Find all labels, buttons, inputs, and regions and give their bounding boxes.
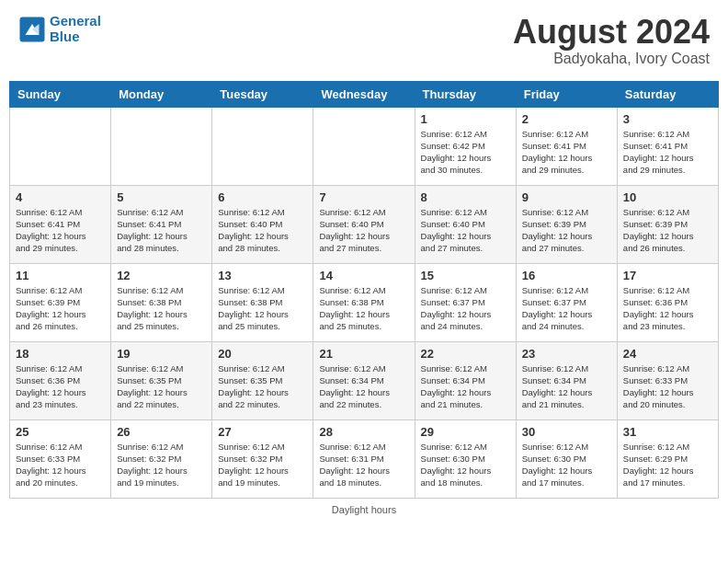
day-info: Sunrise: 6:12 AM Sunset: 6:33 PM Dayligh…	[623, 362, 712, 411]
day-info: Sunrise: 6:12 AM Sunset: 6:34 PM Dayligh…	[421, 362, 510, 411]
calendar-cell: 5Sunrise: 6:12 AM Sunset: 6:41 PM Daylig…	[111, 185, 212, 263]
calendar-cell: 17Sunrise: 6:12 AM Sunset: 6:36 PM Dayli…	[617, 263, 718, 341]
day-info: Sunrise: 6:12 AM Sunset: 6:37 PM Dayligh…	[522, 284, 611, 333]
calendar-cell: 30Sunrise: 6:12 AM Sunset: 6:30 PM Dayli…	[516, 419, 617, 498]
day-info: Sunrise: 6:12 AM Sunset: 6:30 PM Dayligh…	[522, 441, 611, 489]
day-number: 15	[421, 269, 510, 282]
day-number: 30	[522, 425, 611, 439]
day-info: Sunrise: 6:12 AM Sunset: 6:40 PM Dayligh…	[319, 206, 408, 255]
calendar-cell: 1Sunrise: 6:12 AM Sunset: 6:42 PM Daylig…	[415, 107, 516, 185]
footer: Daylight hours	[9, 504, 719, 515]
calendar-cell: 4Sunrise: 6:12 AM Sunset: 6:41 PM Daylig…	[10, 185, 111, 263]
day-number: 14	[319, 269, 408, 282]
day-number: 17	[623, 269, 712, 282]
day-number: 16	[522, 269, 611, 282]
day-info: Sunrise: 6:12 AM Sunset: 6:42 PM Dayligh…	[421, 128, 510, 177]
day-number: 29	[421, 425, 510, 439]
calendar-cell: 16Sunrise: 6:12 AM Sunset: 6:37 PM Dayli…	[516, 263, 617, 341]
day-number: 6	[218, 190, 307, 204]
calendar-cell	[313, 107, 415, 185]
calendar-cell: 15Sunrise: 6:12 AM Sunset: 6:37 PM Dayli…	[415, 263, 516, 341]
day-number: 2	[522, 112, 611, 126]
calendar-cell: 31Sunrise: 6:12 AM Sunset: 6:29 PM Dayli…	[617, 419, 718, 498]
logo: General Blue	[18, 14, 101, 44]
calendar-cell: 25Sunrise: 6:12 AM Sunset: 6:33 PM Dayli…	[10, 419, 111, 498]
calendar-cell: 8Sunrise: 6:12 AM Sunset: 6:40 PM Daylig…	[415, 185, 516, 263]
location-title: Badyokaha, Ivory Coast	[513, 51, 710, 67]
weekday-header: Tuesday	[212, 81, 313, 107]
day-info: Sunrise: 6:12 AM Sunset: 6:29 PM Dayligh…	[623, 441, 712, 489]
calendar-cell	[111, 107, 212, 185]
calendar-cell: 24Sunrise: 6:12 AM Sunset: 6:33 PM Dayli…	[617, 341, 718, 419]
day-number: 13	[218, 269, 307, 282]
day-number: 26	[117, 425, 206, 439]
day-info: Sunrise: 6:12 AM Sunset: 6:32 PM Dayligh…	[218, 441, 307, 489]
calendar-week-row: 25Sunrise: 6:12 AM Sunset: 6:33 PM Dayli…	[10, 419, 719, 498]
calendar-cell: 10Sunrise: 6:12 AM Sunset: 6:39 PM Dayli…	[617, 185, 718, 263]
logo-text: General Blue	[50, 14, 101, 44]
logo-icon	[18, 16, 46, 43]
calendar-cell: 22Sunrise: 6:12 AM Sunset: 6:34 PM Dayli…	[415, 341, 516, 419]
day-number: 22	[421, 347, 510, 361]
day-number: 20	[218, 347, 307, 361]
day-info: Sunrise: 6:12 AM Sunset: 6:36 PM Dayligh…	[16, 362, 105, 411]
weekday-header: Saturday	[617, 81, 718, 107]
day-info: Sunrise: 6:12 AM Sunset: 6:35 PM Dayligh…	[117, 362, 206, 411]
calendar-cell	[212, 107, 313, 185]
page-header: General Blue August 2024 Badyokaha, Ivor…	[9, 9, 719, 72]
day-info: Sunrise: 6:12 AM Sunset: 6:32 PM Dayligh…	[117, 441, 206, 489]
day-info: Sunrise: 6:12 AM Sunset: 6:35 PM Dayligh…	[218, 362, 307, 411]
day-number: 8	[421, 190, 510, 204]
calendar-cell: 7Sunrise: 6:12 AM Sunset: 6:40 PM Daylig…	[313, 185, 415, 263]
calendar-cell: 27Sunrise: 6:12 AM Sunset: 6:32 PM Dayli…	[212, 419, 313, 498]
day-number: 24	[623, 347, 712, 361]
calendar-cell: 9Sunrise: 6:12 AM Sunset: 6:39 PM Daylig…	[516, 185, 617, 263]
day-info: Sunrise: 6:12 AM Sunset: 6:39 PM Dayligh…	[522, 206, 611, 255]
day-number: 1	[421, 112, 510, 126]
weekday-header: Wednesday	[313, 81, 415, 107]
day-info: Sunrise: 6:12 AM Sunset: 6:39 PM Dayligh…	[16, 284, 105, 333]
day-info: Sunrise: 6:12 AM Sunset: 6:41 PM Dayligh…	[117, 206, 206, 255]
calendar-cell: 6Sunrise: 6:12 AM Sunset: 6:40 PM Daylig…	[212, 185, 313, 263]
weekday-header: Friday	[516, 81, 617, 107]
day-number: 21	[319, 347, 408, 361]
month-title: August 2024	[513, 14, 710, 51]
day-number: 28	[319, 425, 408, 439]
day-info: Sunrise: 6:12 AM Sunset: 6:34 PM Dayligh…	[522, 362, 611, 411]
weekday-header: Thursday	[415, 81, 516, 107]
calendar-week-row: 11Sunrise: 6:12 AM Sunset: 6:39 PM Dayli…	[10, 263, 719, 341]
calendar-cell: 11Sunrise: 6:12 AM Sunset: 6:39 PM Dayli…	[10, 263, 111, 341]
day-info: Sunrise: 6:12 AM Sunset: 6:40 PM Dayligh…	[218, 206, 307, 255]
day-number: 25	[16, 425, 105, 439]
day-info: Sunrise: 6:12 AM Sunset: 6:41 PM Dayligh…	[16, 206, 105, 255]
day-number: 5	[117, 190, 206, 204]
calendar-cell: 13Sunrise: 6:12 AM Sunset: 6:38 PM Dayli…	[212, 263, 313, 341]
calendar-week-row: 1Sunrise: 6:12 AM Sunset: 6:42 PM Daylig…	[10, 107, 719, 185]
day-info: Sunrise: 6:12 AM Sunset: 6:36 PM Dayligh…	[623, 284, 712, 333]
day-info: Sunrise: 6:12 AM Sunset: 6:39 PM Dayligh…	[623, 206, 712, 255]
calendar-cell: 18Sunrise: 6:12 AM Sunset: 6:36 PM Dayli…	[10, 341, 111, 419]
day-info: Sunrise: 6:12 AM Sunset: 6:31 PM Dayligh…	[319, 441, 408, 489]
day-number: 27	[218, 425, 307, 439]
calendar-cell: 2Sunrise: 6:12 AM Sunset: 6:41 PM Daylig…	[516, 107, 617, 185]
calendar-cell: 20Sunrise: 6:12 AM Sunset: 6:35 PM Dayli…	[212, 341, 313, 419]
day-info: Sunrise: 6:12 AM Sunset: 6:34 PM Dayligh…	[319, 362, 408, 411]
calendar-header-row: SundayMondayTuesdayWednesdayThursdayFrid…	[10, 81, 719, 107]
weekday-header: Sunday	[10, 81, 111, 107]
day-number: 3	[623, 112, 712, 126]
day-info: Sunrise: 6:12 AM Sunset: 6:41 PM Dayligh…	[522, 128, 611, 177]
day-info: Sunrise: 6:12 AM Sunset: 6:37 PM Dayligh…	[421, 284, 510, 333]
calendar-cell: 29Sunrise: 6:12 AM Sunset: 6:30 PM Dayli…	[415, 419, 516, 498]
calendar-week-row: 4Sunrise: 6:12 AM Sunset: 6:41 PM Daylig…	[10, 185, 719, 263]
day-info: Sunrise: 6:12 AM Sunset: 6:30 PM Dayligh…	[421, 441, 510, 489]
calendar-cell: 23Sunrise: 6:12 AM Sunset: 6:34 PM Dayli…	[516, 341, 617, 419]
calendar-cell: 26Sunrise: 6:12 AM Sunset: 6:32 PM Dayli…	[111, 419, 212, 498]
calendar-cell: 3Sunrise: 6:12 AM Sunset: 6:41 PM Daylig…	[617, 107, 718, 185]
day-number: 18	[16, 347, 105, 361]
calendar-cell	[10, 107, 111, 185]
day-number: 7	[319, 190, 408, 204]
day-number: 19	[117, 347, 206, 361]
day-info: Sunrise: 6:12 AM Sunset: 6:38 PM Dayligh…	[218, 284, 307, 333]
day-number: 4	[16, 190, 105, 204]
day-info: Sunrise: 6:12 AM Sunset: 6:38 PM Dayligh…	[319, 284, 408, 333]
